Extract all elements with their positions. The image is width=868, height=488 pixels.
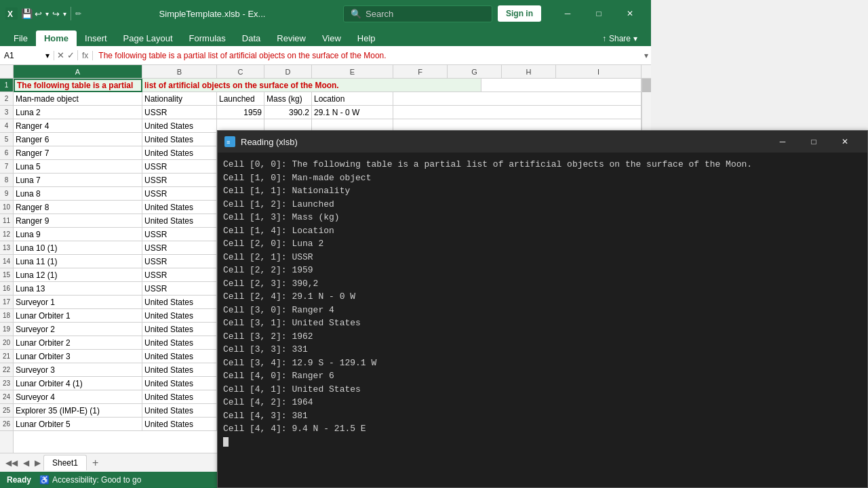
tab-insert[interactable]: Insert bbox=[77, 30, 115, 46]
cell-a8[interactable]: Luna 7 bbox=[14, 174, 142, 187]
col-header-b[interactable]: B bbox=[142, 65, 217, 78]
undo-dropdown[interactable]: ▾ bbox=[45, 10, 49, 18]
tab-file[interactable]: File bbox=[5, 30, 36, 46]
tab-review[interactable]: Review bbox=[269, 30, 314, 46]
cell-a18[interactable]: Lunar Orbiter 1 bbox=[14, 309, 142, 323]
cell-e2[interactable]: Location bbox=[312, 92, 393, 106]
cell-ref-chevron[interactable]: ▾ bbox=[45, 51, 50, 60]
cell-b9[interactable]: USSR bbox=[142, 187, 217, 201]
cell-a4[interactable]: Ranger 4 bbox=[14, 119, 142, 133]
cell-reference-box[interactable]: A1 ▾ bbox=[0, 51, 54, 60]
sheet-tab-sheet1[interactable]: Sheet1 bbox=[43, 455, 87, 470]
maximize-button[interactable]: □ bbox=[583, 0, 614, 27]
col-header-e[interactable]: E bbox=[312, 65, 393, 78]
cell-b2[interactable]: Nationality bbox=[142, 92, 217, 106]
cell-b14[interactable]: USSR bbox=[142, 255, 217, 268]
cell-a14[interactable]: Luna 11 (1) bbox=[14, 255, 142, 268]
tab-data[interactable]: Data bbox=[234, 30, 269, 46]
sign-in-button[interactable]: Sign in bbox=[498, 5, 541, 22]
add-sheet-button[interactable]: + bbox=[88, 457, 102, 469]
col-header-c[interactable]: C bbox=[217, 65, 264, 78]
cell-c3[interactable]: 1959 bbox=[217, 106, 264, 119]
scroll-thumb[interactable] bbox=[642, 79, 651, 92]
col-header-d[interactable]: D bbox=[264, 65, 312, 78]
cell-b17[interactable]: United States bbox=[142, 296, 217, 309]
tab-page-layout[interactable]: Page Layout bbox=[115, 30, 181, 46]
formula-cancel-icon[interactable]: ✕ bbox=[57, 50, 64, 60]
cell-a6[interactable]: Ranger 7 bbox=[14, 146, 142, 160]
cell-b12[interactable]: USSR bbox=[142, 228, 217, 241]
cell-d3[interactable]: 390.2 bbox=[264, 106, 312, 119]
cell-c2[interactable]: Launched bbox=[217, 92, 264, 106]
cell-e3[interactable]: 29.1 N - 0 W bbox=[312, 106, 393, 119]
cell-b25[interactable]: United States bbox=[142, 404, 217, 418]
search-box[interactable]: 🔍 Search bbox=[343, 5, 492, 22]
terminal-minimize-button[interactable]: ─ bbox=[767, 131, 798, 152]
cell-d2[interactable]: Mass (kg) bbox=[264, 92, 312, 106]
redo-icon[interactable]: ↪ bbox=[50, 9, 62, 19]
col-header-g[interactable]: G bbox=[448, 65, 502, 78]
cell-a1[interactable]: The following table is a partial bbox=[14, 79, 142, 92]
cell-b19[interactable]: United States bbox=[142, 323, 217, 336]
cell-b13[interactable]: USSR bbox=[142, 241, 217, 255]
cell-b24[interactable]: United States bbox=[142, 390, 217, 404]
sheet-nav-next[interactable]: ▶ bbox=[32, 457, 43, 469]
cell-a13[interactable]: Luna 10 (1) bbox=[14, 241, 142, 255]
redo-dropdown[interactable]: ▾ bbox=[63, 10, 66, 18]
cell-a17[interactable]: Surveyor 1 bbox=[14, 296, 142, 309]
cell-b4[interactable]: United States bbox=[142, 119, 217, 133]
tab-home[interactable]: Home bbox=[36, 30, 77, 46]
cell-b15[interactable]: USSR bbox=[142, 268, 217, 282]
cell-b20[interactable]: United States bbox=[142, 336, 217, 350]
save-icon[interactable]: 💾 bbox=[20, 7, 33, 20]
sheet-nav-prev[interactable]: ◀ bbox=[20, 457, 32, 469]
minimize-button[interactable]: ─ bbox=[552, 0, 583, 27]
cell-a2[interactable]: Man-made object bbox=[14, 92, 142, 106]
cell-a21[interactable]: Lunar Orbiter 3 bbox=[14, 350, 142, 363]
close-button[interactable]: ✕ bbox=[614, 0, 646, 27]
cell-b26[interactable]: United States bbox=[142, 418, 217, 431]
cell-a26[interactable]: Lunar Orbiter 5 bbox=[14, 418, 142, 431]
cell-a11[interactable]: Ranger 9 bbox=[14, 214, 142, 228]
cell-a24[interactable]: Surveyor 4 bbox=[14, 390, 142, 404]
cell-f3[interactable] bbox=[393, 106, 642, 119]
cell-b22[interactable]: United States bbox=[142, 363, 217, 377]
cell-b16[interactable]: USSR bbox=[142, 282, 217, 296]
cell-a9[interactable]: Luna 8 bbox=[14, 187, 142, 201]
cell-a16[interactable]: Luna 13 bbox=[14, 282, 142, 296]
cell-b21[interactable]: United States bbox=[142, 350, 217, 363]
cell-b7[interactable]: USSR bbox=[142, 160, 217, 174]
cell-b8[interactable]: USSR bbox=[142, 174, 217, 187]
cell-a15[interactable]: Luna 12 (1) bbox=[14, 268, 142, 282]
cell-b11[interactable]: United States bbox=[142, 214, 217, 228]
cell-b18[interactable]: United States bbox=[142, 309, 217, 323]
share-button[interactable]: ↑ Share ▾ bbox=[594, 31, 646, 46]
cell-a19[interactable]: Surveyor 2 bbox=[14, 323, 142, 336]
col-header-h[interactable]: H bbox=[502, 65, 556, 78]
cell-b3[interactable]: USSR bbox=[142, 106, 217, 119]
cell-a12[interactable]: Luna 9 bbox=[14, 228, 142, 241]
cell-f2[interactable] bbox=[393, 92, 642, 106]
cell-a1-overflow[interactable]: list of artificial objects on the surfac… bbox=[142, 79, 481, 92]
formula-confirm-icon[interactable]: ✓ bbox=[67, 50, 75, 60]
cell-a10[interactable]: Ranger 8 bbox=[14, 201, 142, 214]
cell-b10[interactable]: United States bbox=[142, 201, 217, 214]
tab-view[interactable]: View bbox=[314, 30, 349, 46]
cell-b23[interactable]: United States bbox=[142, 377, 217, 390]
cell-b5[interactable]: United States bbox=[142, 133, 217, 146]
col-header-i[interactable]: I bbox=[556, 65, 642, 78]
cell-a3[interactable]: Luna 2 bbox=[14, 106, 142, 119]
col-header-a[interactable]: A bbox=[14, 65, 142, 78]
undo-icon[interactable]: ↩ bbox=[33, 9, 44, 19]
terminal-close-button[interactable]: ✕ bbox=[829, 131, 861, 152]
cell-a20[interactable]: Lunar Orbiter 2 bbox=[14, 336, 142, 350]
sheet-nav-first[interactable]: ◀◀ bbox=[3, 457, 20, 469]
col-header-f[interactable]: F bbox=[393, 65, 448, 78]
cell-a23[interactable]: Lunar Orbiter 4 (1) bbox=[14, 377, 142, 390]
cell-a5[interactable]: Ranger 6 bbox=[14, 133, 142, 146]
cell-empty[interactable] bbox=[481, 79, 642, 92]
tab-formulas[interactable]: Formulas bbox=[181, 30, 234, 46]
formula-content[interactable]: The following table is a partial list of… bbox=[93, 51, 642, 60]
cell-b6[interactable]: United States bbox=[142, 146, 217, 160]
terminal-maximize-button[interactable]: □ bbox=[798, 131, 829, 152]
